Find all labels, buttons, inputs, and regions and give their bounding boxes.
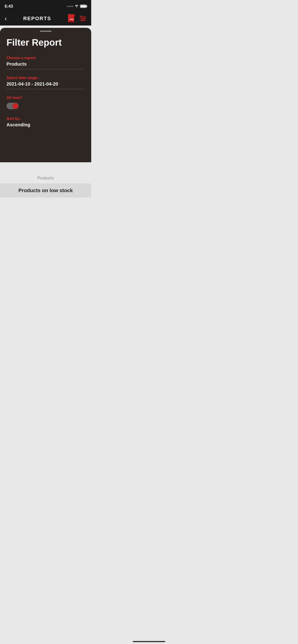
svg-point-9: [84, 18, 85, 20]
toggle-thumb: [13, 103, 18, 109]
sort-by-label: Sort by..: [7, 116, 85, 121]
report-type-label: Choose a report:: [7, 56, 85, 60]
battery-icon: [80, 5, 87, 8]
date-range-label: Select date range..: [7, 76, 85, 80]
sort-by-value[interactable]: Ascending: [7, 122, 85, 128]
sheet-title: Filter Report: [7, 37, 85, 48]
report-type-dropdown: Products Products on low stock Products …: [0, 172, 91, 198]
pdf-icon[interactable]: PDF: [68, 14, 76, 24]
filter-report-sheet: Filter Report Choose a report: Products …: [0, 28, 91, 162]
sheet-content: Filter Report Choose a report: Products …: [0, 37, 91, 134]
svg-rect-1: [69, 21, 73, 22]
wifi-icon: [75, 4, 79, 8]
filter-icon[interactable]: [79, 15, 87, 22]
svg-point-10: [82, 20, 83, 21]
dropdown-category-label: Products: [0, 172, 91, 183]
svg-point-8: [81, 16, 82, 18]
status-bar: 6:43: [0, 0, 91, 12]
svg-marker-4: [74, 14, 76, 16]
all-time-toggle[interactable]: [7, 103, 19, 109]
nav-actions: PDF: [68, 14, 87, 24]
nav-bar: ‹ REPORTS PDF: [0, 12, 91, 26]
page-title: REPORTS: [23, 16, 51, 22]
all-time-toggle-wrapper: [7, 103, 85, 109]
status-icons: [67, 4, 87, 8]
status-time: 6:43: [5, 4, 13, 9]
back-button[interactable]: ‹: [5, 15, 7, 22]
dropdown-item-low-stock[interactable]: Products on low stock: [0, 183, 91, 198]
all-time-label: All time?: [7, 96, 85, 100]
date-range-value[interactable]: 2021-04-10 - 2021-04-20: [7, 81, 85, 89]
report-type-value[interactable]: Products: [7, 62, 85, 69]
svg-text:PDF: PDF: [70, 18, 74, 21]
signal-icon: [67, 6, 73, 7]
sheet-handle[interactable]: [40, 30, 52, 32]
